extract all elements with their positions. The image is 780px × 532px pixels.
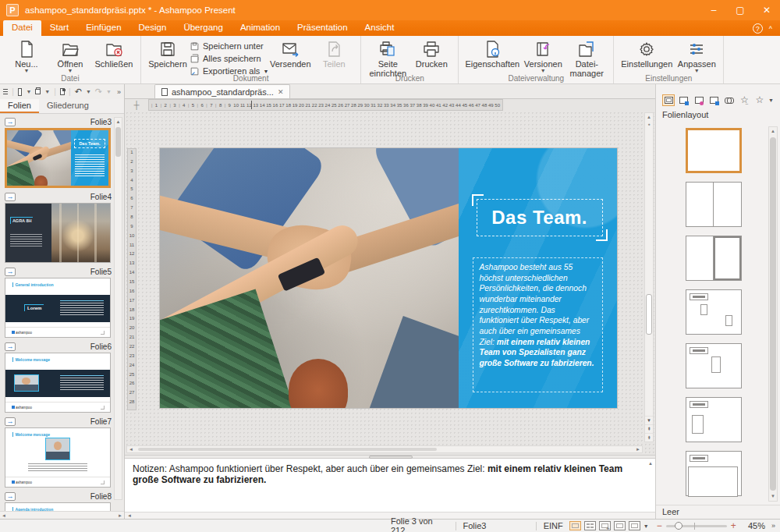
anpassen-button[interactable]: Anpassen▼ [675,39,718,73]
drucken-button[interactable]: Drucken [410,39,453,69]
transition-icon[interactable]: → [5,268,16,276]
editor-area: ashampoo_standardpräs... ✕ ┼ |1|2|3|4|5|… [125,84,655,519]
scroll-down-icon[interactable]: ▼ [645,416,653,424]
tab-folien[interactable]: Folien [0,99,39,113]
slide-thumbnail-folie3[interactable]: Das Team. [5,128,111,188]
slide-title-textbox[interactable]: Das Team. [477,199,603,236]
thumbnail-hscrollbar[interactable]: ◄► [0,511,124,519]
speichern-unter-button[interactable]: Speichern unter [190,41,268,51]
layout-title-box-left[interactable] [686,397,742,442]
slide-thumbnail-folie7[interactable]: Welcome message ashampoo [5,427,111,488]
folienuebergang-icon[interactable] [693,94,705,106]
favoriten-icon[interactable]: ☆ [753,94,766,106]
seite-einrichten-button[interactable]: Seite einrichten [366,39,410,78]
canvas-hscrollbar[interactable]: ◄► [126,445,643,453]
tab-datei[interactable]: Datei [3,20,41,36]
slide-team-photo[interactable] [160,148,459,408]
minimize-button[interactable]: – [700,0,727,20]
versionen-button[interactable]: Versionen▼ [521,39,565,73]
panel-menu-icon[interactable]: ▼ [768,98,775,103]
zoom-in-icon[interactable]: + [731,520,736,531]
favorit-hinzufuegen-icon[interactable]: ☆– [738,94,750,106]
transition-icon[interactable]: → [5,417,16,426]
quick-access-toolbar: | ▼ ▼ | | ↶▼ ↷▼ » [0,84,124,99]
tab-ansicht[interactable]: Ansicht [356,20,403,36]
layout-title-two-boxes[interactable] [686,289,742,335]
slide-label: Folie5 [90,268,112,276]
tab-einfuegen[interactable]: Einfügen [77,20,129,36]
new-file-icon[interactable] [18,88,23,96]
tab-animation[interactable]: Animation [232,20,289,36]
app-window: P ashampoo_standardpräsi.pptx * - Ashamp… [0,0,780,532]
undo-icon[interactable]: ↶ [75,87,82,97]
foliendesign-icon[interactable] [677,94,690,106]
collapse-ribbon-icon[interactable]: ^ [769,25,772,33]
previous-slide-button[interactable]: ⇞ [645,424,653,433]
einstellungen-button[interactable]: Einstellungen [619,39,675,69]
open-file-icon[interactable] [35,89,41,94]
tab-start[interactable]: Start [41,20,77,36]
group-label-datei: Datei [0,74,140,83]
versenden-button[interactable]: Versenden [268,39,312,69]
folienlayout-icon[interactable] [662,94,675,106]
layout-title-box-center[interactable] [686,343,742,388]
normal-view-icon[interactable] [569,521,581,530]
maximize-button[interactable]: ▢ [727,0,753,20]
zoom-out-icon[interactable]: − [657,520,662,531]
alles-speichern-button[interactable]: Alles speichern [190,53,268,64]
slide-thumbnail-folie6[interactable]: Welcome message ashampoo [5,353,111,413]
layout-two-columns[interactable] [686,182,742,227]
transition-icon[interactable]: → [5,342,16,351]
slide-canvas[interactable]: 1234567891011121314151617181920212223242… [125,111,655,455]
versions-icon [534,40,552,59]
qat-overflow-icon[interactable]: » [117,88,121,96]
tab-uebergang[interactable]: Übergang [175,20,232,36]
help-icon[interactable]: ? [753,23,763,34]
slide-thumbnail-folie8[interactable]: Agenda introduction [5,502,111,511]
ribbon-group-drucken: Seite einrichten Drucken Drucken [361,36,459,83]
transition-icon[interactable]: → [5,492,16,501]
dateimanager-button[interactable]: Datei-manager [565,39,608,78]
next-slide-button[interactable]: ⇟ [645,433,653,442]
notes-view-icon[interactable] [614,521,626,530]
notes-area[interactable]: Notizen: Ashampoo funktioniert über Resp… [125,459,655,512]
menu-icon[interactable] [3,89,8,94]
transition-icon[interactable]: → [5,118,16,126]
zoom-slider[interactable] [666,525,727,527]
panel-toolbar: ☆– ☆ ▼ [656,84,780,108]
statusbar-overflow-icon[interactable]: » [771,522,780,530]
quick-save-icon[interactable] [60,88,65,95]
slide-thumbnail-folie5[interactable]: General introduction Lorem ashampoo [5,278,111,338]
view-options-caret-icon[interactable]: ▼ [644,523,649,529]
close-button[interactable]: ✕ [753,0,780,20]
slide-body-textbox[interactable]: Ashampoo besteht aus 55 höchst unterschi… [473,257,602,392]
zoom-slider-handle[interactable] [675,522,682,530]
hyperlink-icon[interactable] [723,94,736,106]
tab-gliederung[interactable]: Gliederung [39,99,97,113]
layout-title-content[interactable] [686,451,742,496]
slide-thumbnail-folie4[interactable]: AGRA 8H [5,203,111,263]
ruler-origin-icon[interactable]: ┼ [125,99,148,111]
document-tab[interactable]: ashampoo_standardpräs... ✕ [154,84,290,98]
transition-icon[interactable]: → [5,193,16,201]
slide-blue-panel[interactable]: Das Team. Ashampoo besteht aus 55 höchst… [459,148,617,408]
canvas-vscrollbar[interactable]: ▲● ▼ ⇞ ⇟ [644,112,654,442]
tab-design[interactable]: Design [130,20,176,36]
slideshow-icon[interactable] [629,521,640,530]
folienmaster-icon[interactable] [707,94,720,106]
layout-two-columns-right[interactable] [686,236,742,281]
oeffnen-button[interactable]: Öffnen▼ [48,39,92,73]
layout-blank[interactable] [686,128,742,173]
slide-editor[interactable]: Das Team. Ashampoo besteht aus 55 höchst… [160,148,617,408]
layout-scrollbar[interactable]: ▲▼ [768,126,778,502]
schliessen-button[interactable]: Schließen [92,39,136,69]
tab-praesentation[interactable]: Präsentation [289,20,356,36]
new-slide-icon[interactable] [599,521,611,530]
eigenschaften-button[interactable]: Eigenschaften [463,39,521,69]
thumbnail-scrollbar[interactable]: ▲ [114,117,122,500]
neu-button[interactable]: Neu...▼ [5,39,48,73]
speichern-button[interactable]: Speichern [146,39,190,69]
notes-scroll-up-icon[interactable]: ▲ [648,461,653,466]
close-tab-icon[interactable]: ✕ [278,88,284,96]
slide-sorter-view-icon[interactable] [584,521,596,530]
